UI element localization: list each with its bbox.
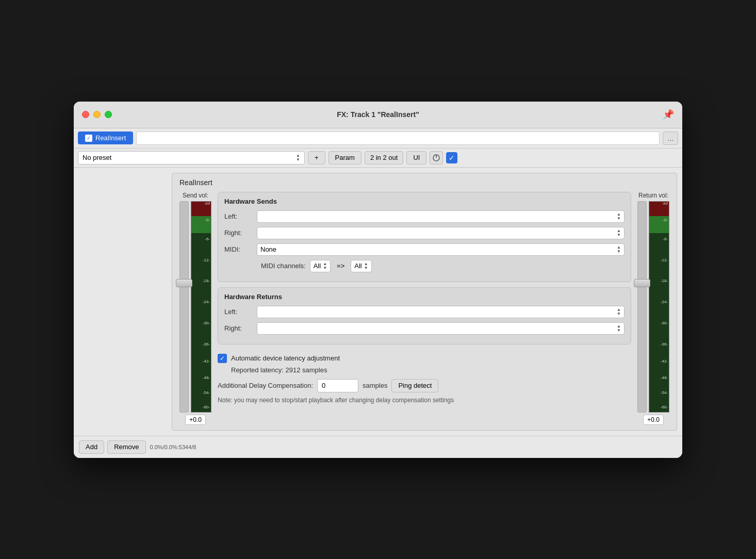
midi-ch-arrow: => (337, 262, 344, 270)
plugin-layout: Send vol: -inf -0- -6- (179, 192, 669, 425)
return-fader-container: -inf -0- -6- -12- -18- -24- -30- -36- -4… (637, 201, 669, 413)
add-button[interactable]: Add (79, 440, 104, 454)
hardware-returns-box: Hardware Returns Left: ▲▼ Right: ▲▼ (218, 287, 631, 344)
plugin-panel: RealInsert Send vol: (172, 173, 677, 431)
midi-ch-from-select[interactable]: All ▲▼ (310, 260, 331, 272)
dial-icon (432, 154, 440, 162)
ping-detect-button[interactable]: Ping detect (391, 379, 438, 392)
r-tick-18: -18- (661, 279, 668, 283)
hw-return-left-label: Left: (224, 308, 253, 316)
dial-button[interactable] (430, 151, 443, 165)
hw-send-right-arrows[interactable]: ▲▼ (617, 229, 621, 237)
maximize-button[interactable] (105, 111, 112, 118)
plus-button[interactable]: + (308, 151, 325, 165)
hw-return-right-select[interactable]: ▲▼ (257, 322, 624, 335)
minimize-button[interactable] (93, 111, 101, 118)
search-input[interactable] (136, 131, 660, 145)
tick-inf: -inf (204, 202, 210, 206)
return-fader-handle[interactable] (634, 279, 650, 287)
preset-arrows[interactable]: ▲ ▼ (296, 154, 300, 162)
window-title: FX: Track 1 "RealInsert" (337, 110, 419, 119)
r-tick-12: -12- (661, 258, 668, 262)
plugin-tab-bar: ✓ RealInsert ... (74, 128, 682, 149)
delay-input[interactable] (317, 379, 358, 392)
midi-ch-to-select[interactable]: All ▲▼ (351, 260, 371, 272)
send-fader-track[interactable] (179, 201, 189, 413)
preset-select[interactable]: No preset ▲ ▼ (78, 151, 305, 165)
midi-ch-from-value: All (314, 262, 321, 270)
hw-send-right-row: Right: ▲▼ (224, 227, 624, 239)
pin-icon[interactable]: 📌 (663, 109, 674, 120)
preset-label: No preset (83, 154, 111, 161)
hw-return-left-arrows[interactable]: ▲▼ (617, 308, 621, 316)
auto-latency-checkbox[interactable]: ✓ (218, 354, 227, 363)
reported-latency: Reported latency: 2912 samples (231, 366, 631, 374)
hw-midi-label: MIDI: (224, 245, 253, 253)
main-window: FX: Track 1 "RealInsert" 📌 ✓ RealInsert … (74, 102, 682, 458)
tick-42: -42- (203, 359, 210, 364)
delay-label: Additional Delay Compensation: (218, 382, 313, 389)
hw-midi-arrows[interactable]: ▲▼ (617, 245, 621, 254)
tick-60: -60- (203, 405, 210, 409)
r-tick-48: -48- (661, 376, 668, 380)
send-meter: -inf -0- -6- -12- -18- -24- -30- -36- -4… (191, 201, 211, 413)
enable-checkbox[interactable]: ✓ (446, 152, 457, 163)
hardware-panel: Hardware Sends Left: ▲▼ Right: ▲▼ (218, 192, 631, 408)
r-tick-60: -60- (661, 405, 668, 409)
delay-row: Additional Delay Compensation: samples P… (218, 379, 631, 392)
midi-ch-to-value: All (354, 262, 361, 270)
tick-18: -18- (203, 279, 210, 283)
send-vol-value[interactable]: +0.0 (185, 415, 206, 425)
note-text: Note: you may need to stop/start playbac… (218, 397, 631, 404)
param-button[interactable]: Param (328, 151, 361, 165)
hw-midi-select[interactable]: None ▲▼ (257, 243, 624, 256)
ui-button[interactable]: UI (406, 151, 426, 165)
latency-section: ✓ Automatic device latency adjustment Re… (218, 350, 631, 408)
titlebar: FX: Track 1 "RealInsert" 📌 (74, 102, 682, 128)
plugin-tab-checkbox[interactable]: ✓ (85, 135, 92, 142)
tick-54: -54- (203, 391, 210, 395)
hw-return-right-arrows[interactable]: ▲▼ (617, 324, 621, 333)
midi-ch-from-arrows[interactable]: ▲▼ (323, 262, 327, 270)
return-vol-label: Return vol: (638, 192, 668, 199)
close-button[interactable] (82, 111, 89, 118)
plugin-name-title: RealInsert (179, 178, 669, 187)
tick-24: -24- (203, 300, 210, 304)
plugin-tab[interactable]: ✓ RealInsert (78, 131, 133, 144)
hw-midi-value: None (260, 245, 276, 253)
r-tick-30: -30- (661, 321, 668, 325)
tick-0: -0- (205, 218, 210, 222)
tick-48: -48- (203, 376, 210, 380)
hw-send-right-select[interactable]: ▲▼ (257, 227, 624, 239)
more-button[interactable]: ... (663, 131, 678, 145)
send-fader-handle[interactable] (176, 279, 192, 287)
send-fader-container: -inf -0- -6- -12- -18- -24- -30- -36- -4… (179, 201, 211, 413)
midi-channels-label: MIDI channels: (261, 262, 306, 270)
hw-midi-channels-row: MIDI channels: All ▲▼ => All ▲▼ (224, 260, 624, 272)
return-fader-track[interactable] (637, 201, 647, 413)
r-tick-0: -0- (663, 218, 668, 222)
r-tick-24: -24- (661, 300, 668, 304)
add-remove-btns: Add Remove (79, 440, 146, 454)
hw-send-left-select[interactable]: ▲▼ (257, 210, 624, 223)
r-tick-6: -6- (663, 237, 668, 241)
hw-return-left-select[interactable]: ▲▼ (257, 306, 624, 318)
auto-latency-label: Automatic device latency adjustment (231, 354, 340, 362)
r-tick-42: -42- (661, 359, 668, 364)
midi-ch-to-arrows[interactable]: ▲▼ (364, 262, 368, 270)
hw-return-right-row: Right: ▲▼ (224, 322, 624, 335)
samples-label: samples (363, 382, 387, 389)
return-vol-value[interactable]: +0.0 (643, 415, 664, 425)
remove-button[interactable]: Remove (107, 440, 145, 454)
hw-send-left-arrows[interactable]: ▲▼ (617, 212, 621, 221)
hw-return-left-row: Left: ▲▼ (224, 306, 624, 318)
r-tick-inf: -inf (662, 202, 668, 206)
hardware-sends-box: Hardware Sends Left: ▲▼ Right: ▲▼ (218, 192, 631, 282)
bottom-bar: Add Remove 0.0%/0.0%:5344/8 (74, 436, 682, 458)
r-tick-36: -36- (661, 342, 668, 347)
io-button[interactable]: 2 in 2 out (365, 151, 404, 165)
tick-6: -6- (205, 237, 210, 241)
tick-36: -36- (203, 342, 210, 347)
hw-returns-title: Hardware Returns (224, 293, 624, 301)
hw-return-right-label: Right: (224, 324, 253, 332)
